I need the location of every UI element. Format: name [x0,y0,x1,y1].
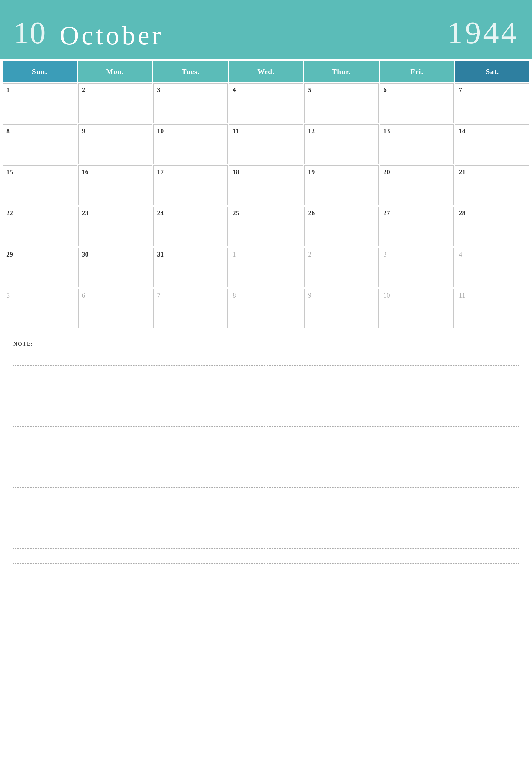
day-number: 9 [82,127,85,135]
note-line [13,518,519,533]
calendar-cell: 9 [304,289,379,328]
day-number: 18 [233,168,239,176]
calendar-cell: 19 [304,165,379,205]
note-line [13,579,519,594]
calendar-cell: 1 [229,248,303,287]
calendar-cell: 4 [229,83,303,123]
day-header-tues: Tues. [153,61,228,82]
calendar-cell: 11 [455,289,529,328]
calendar-cell: 2 [78,83,152,123]
day-number: 31 [157,251,164,258]
day-header-fri: Fri. [380,61,454,82]
day-number: 17 [157,168,164,176]
notes-label: NOTE: [13,341,519,347]
day-number: 19 [308,168,315,176]
day-number: 3 [384,251,387,258]
day-number: 24 [157,209,164,217]
calendar-grid: 1234567891011121314151617181920212223242… [0,82,532,331]
day-number: 3 [157,86,160,93]
note-line [13,488,519,503]
day-number: 14 [459,127,465,135]
day-number: 12 [308,127,315,135]
day-number: 29 [6,251,13,258]
day-number: 22 [6,209,13,217]
day-number: 7 [157,292,160,299]
day-number: 11 [459,292,465,299]
day-number: 6 [82,292,85,299]
calendar-cell: 8 [3,124,77,164]
note-line [13,549,519,564]
calendar-cell: 15 [3,165,77,205]
note-line [13,396,519,411]
calendar-cell: 4 [455,248,529,287]
month-name: October [60,22,164,49]
calendar-cell: 18 [229,165,303,205]
calendar-cell: 1 [3,83,77,123]
note-line [13,350,519,366]
calendar-cell: 5 [304,83,379,123]
calendar-cell: 22 [3,207,77,246]
day-header-wed: Wed. [229,61,303,82]
calendar-cell: 10 [380,289,454,328]
calendar-cell: 31 [153,248,228,287]
note-line [13,427,519,442]
day-number: 26 [308,209,315,217]
day-number: 8 [6,127,10,135]
calendar-cell: 29 [3,248,77,287]
day-number: 13 [384,127,390,135]
calendar-cell: 7 [455,83,529,123]
day-number: 2 [308,251,311,258]
note-line [13,503,519,518]
day-number: 23 [82,209,89,217]
day-headers-row: Sun.Mon.Tues.Wed.Thur.Fri.Sat. [0,59,532,82]
note-line [13,366,519,381]
calendar-cell: 6 [78,289,152,328]
calendar-cell: 11 [229,124,303,164]
calendar-cell: 30 [78,248,152,287]
year: 1944 [447,17,519,49]
calendar-cell: 7 [153,289,228,328]
calendar-cell: 17 [153,165,228,205]
note-line [13,457,519,472]
calendar-cell: 6 [380,83,454,123]
calendar-header: 10 October 1944 [0,0,532,59]
calendar-cell: 3 [153,83,228,123]
day-number: 1 [6,86,10,93]
header-left: 10 October [13,17,164,49]
calendar-cell: 9 [78,124,152,164]
note-line [13,564,519,579]
day-number: 21 [459,168,465,176]
calendar-cell: 12 [304,124,379,164]
calendar-cell: 28 [455,207,529,246]
day-number: 25 [233,209,239,217]
note-line [13,533,519,549]
calendar-cell: 21 [455,165,529,205]
calendar-cell: 26 [304,207,379,246]
calendar-cell: 23 [78,207,152,246]
day-number: 10 [384,292,390,299]
calendar-cell: 13 [380,124,454,164]
calendar-cell: 20 [380,165,454,205]
day-number: 5 [6,292,10,299]
day-number: 4 [233,86,236,93]
note-line [13,411,519,427]
day-number: 6 [384,86,387,93]
day-number: 5 [308,86,311,93]
calendar-cell: 2 [304,248,379,287]
calendar-cell: 8 [229,289,303,328]
calendar-cell: 16 [78,165,152,205]
day-number: 11 [233,127,239,135]
day-number: 15 [6,168,13,176]
month-number: 10 [13,17,46,49]
day-number: 9 [308,292,311,299]
day-number: 30 [82,251,89,258]
day-number: 1 [233,251,236,258]
day-number: 16 [82,168,89,176]
day-header-sat: Sat. [455,61,529,82]
calendar-cell: 3 [380,248,454,287]
day-number: 10 [157,127,164,135]
day-number: 4 [459,251,462,258]
day-number: 8 [233,292,236,299]
calendar-cell: 5 [3,289,77,328]
day-number: 27 [384,209,390,217]
